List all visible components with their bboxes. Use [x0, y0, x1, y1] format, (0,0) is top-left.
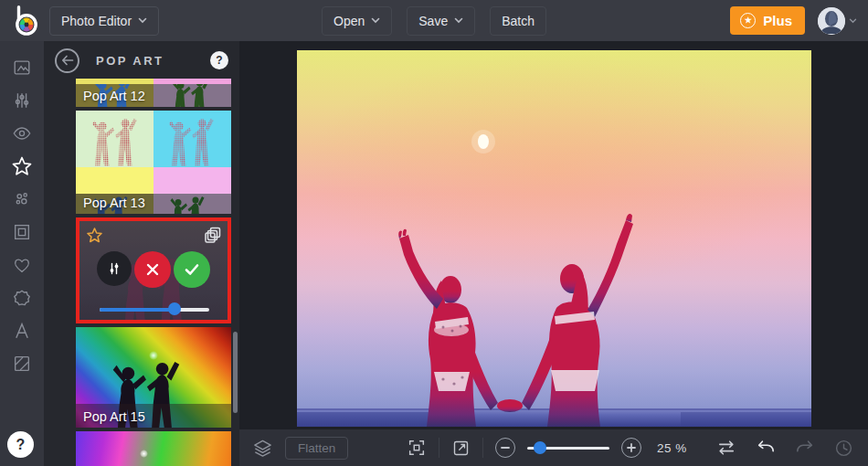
help-button[interactable]: ? [7, 431, 34, 458]
bottom-bar: Flatten 25 % [239, 429, 868, 466]
avatar [818, 7, 845, 35]
canvas-zoom-slider[interactable] [527, 441, 609, 454]
photo-icon [12, 58, 32, 78]
effect-thumbnails: Pop Art 12 Pop Art 13 [76, 79, 231, 466]
batch-button[interactable]: Batch [490, 6, 546, 36]
flatten-button[interactable]: Flatten [285, 437, 348, 460]
sidebar-item-artsy[interactable] [5, 183, 38, 216]
graphics-badge-icon [12, 288, 32, 308]
arrow-left-icon [61, 55, 74, 66]
minus-icon [501, 443, 510, 452]
zoom-out-button[interactable] [495, 438, 515, 458]
chevron-down-icon [454, 17, 463, 24]
open-label: Open [333, 14, 365, 28]
duplicate-icon[interactable] [205, 227, 221, 243]
sidebar-item-graphics[interactable] [5, 281, 38, 314]
slider-fill [100, 308, 175, 312]
compare-icon [716, 439, 736, 457]
sidebar-item-overlays[interactable] [5, 249, 38, 281]
panel-header: POP ART ? [44, 41, 239, 79]
undo-button[interactable] [756, 439, 776, 457]
effect-controls [79, 251, 228, 288]
edited-photo[interactable] [297, 50, 811, 427]
canvas-area [239, 41, 868, 429]
photo-editor-app: Photo Editor Open Save Batch ★ Plus [0, 0, 868, 466]
account-area: ★ Plus [730, 6, 857, 35]
divider [482, 438, 483, 458]
top-bar: Photo Editor Open Save Batch ★ Plus [0, 0, 868, 41]
pop-art-panel: POP ART ? Pop Art 12 [44, 41, 239, 466]
panel-scrollbar[interactable] [233, 332, 238, 413]
effect-amount-slider[interactable] [100, 302, 209, 315]
layers-icon [252, 438, 273, 459]
slider-handle[interactable] [534, 441, 546, 454]
moon-glow [140, 450, 148, 458]
app-menu-label: Photo Editor [61, 14, 132, 28]
sidebar-item-textures[interactable] [5, 347, 38, 380]
file-actions: Open Save Batch [322, 6, 546, 36]
account-menu-button[interactable] [818, 7, 857, 35]
layers-button[interactable] [252, 438, 273, 459]
star-circle-icon: ★ [740, 13, 756, 28]
open-external-button[interactable] [451, 439, 471, 458]
zoom-percentage: 25 % [657, 441, 687, 455]
chevron-down-icon [138, 17, 147, 24]
open-external-icon [451, 439, 471, 458]
favorite-star-icon[interactable] [86, 227, 103, 244]
cancel-x-icon [145, 262, 160, 277]
sidebar-item-adjust[interactable] [5, 84, 38, 117]
history-clock-icon [834, 439, 853, 458]
heart-icon [12, 255, 32, 275]
panel-help-button[interactable]: ? [210, 51, 228, 69]
effects-star-icon [11, 155, 33, 177]
fit-screen-button[interactable] [407, 438, 427, 458]
save-button[interactable]: Save [407, 6, 475, 36]
save-label: Save [418, 14, 448, 28]
chevron-down-icon [371, 17, 380, 24]
zoom-in-button[interactable] [621, 438, 641, 458]
redo-button[interactable] [795, 439, 815, 457]
compare-button[interactable] [716, 439, 736, 457]
back-button[interactable] [55, 48, 79, 73]
redo-icon [795, 439, 815, 457]
plus-upgrade-button[interactable]: ★ Plus [730, 6, 805, 35]
effect-thumb-pop-art-15[interactable]: Pop Art 15 [76, 327, 231, 428]
sidebar-item-effects[interactable] [5, 150, 38, 183]
app-menu-button[interactable]: Photo Editor [49, 6, 159, 36]
open-button[interactable]: Open [322, 6, 392, 36]
adjust-sliders-icon [12, 90, 32, 111]
textures-icon [12, 354, 32, 374]
divider [439, 438, 439, 458]
plus-icon [627, 443, 636, 452]
sidebar-item-frames[interactable] [5, 216, 38, 249]
effect-thumb-pop-art-13[interactable]: Pop Art 13 [76, 111, 231, 214]
sidebar-item-photo-manager[interactable] [5, 51, 38, 84]
effect-thumb-pop-art-12[interactable]: Pop Art 12 [76, 79, 231, 107]
panel-title: POP ART [96, 54, 164, 68]
thumb-label: Pop Art 15 [83, 409, 145, 424]
apply-check-icon [184, 262, 200, 277]
sidebar-item-text[interactable] [5, 314, 38, 347]
thumb-label: Pop Art 12 [83, 89, 145, 103]
effect-thumb-selected [76, 217, 231, 323]
help-label: ? [16, 437, 26, 453]
history-button[interactable] [834, 439, 853, 458]
panel-help-label: ? [216, 54, 222, 67]
sidebar-item-touchup[interactable] [5, 117, 38, 150]
undo-icon [756, 439, 776, 457]
cancel-effect-button[interactable] [134, 251, 171, 288]
chevron-down-icon [849, 18, 857, 24]
eye-icon [12, 123, 32, 143]
apply-effect-button[interactable] [174, 251, 210, 288]
frames-icon [12, 222, 32, 242]
slider-handle[interactable] [168, 302, 181, 315]
batch-label: Batch [502, 14, 535, 28]
plus-label: Plus [763, 13, 792, 28]
artsy-icon [12, 189, 32, 209]
settings-sliders-icon [107, 261, 122, 276]
befunky-logo-icon[interactable] [13, 5, 40, 37]
fit-screen-icon [407, 438, 427, 458]
effect-thumb-next-partial[interactable] [76, 431, 231, 466]
effect-settings-button[interactable] [97, 251, 132, 286]
thumb-label: Pop Art 13 [83, 196, 145, 210]
